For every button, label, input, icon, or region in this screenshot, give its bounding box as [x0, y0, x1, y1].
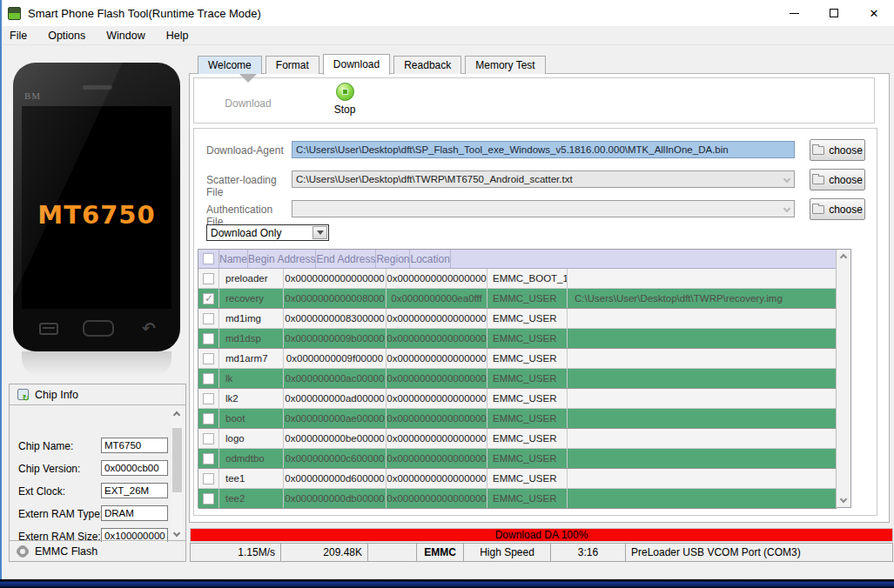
menu-item[interactable]: Window: [96, 26, 155, 44]
auth-file-choose-button[interactable]: choose: [810, 198, 865, 220]
table-row[interactable]: lk 0x000000000ac00000 0x0000000000000000…: [198, 369, 837, 389]
begin-address: 0x0000000009f00000: [284, 349, 387, 368]
folder-icon: [812, 176, 824, 184]
location: [568, 349, 837, 368]
tab[interactable]: Memory Test: [465, 56, 545, 74]
row-checkbox[interactable]: [203, 493, 214, 504]
menu-item[interactable]: Options: [37, 26, 96, 44]
chip-field-label: Extern RAM Type:: [18, 508, 103, 520]
table-row[interactable]: md1arm7 0x0000000009f00000 0x00000000000…: [198, 349, 837, 369]
table-row[interactable]: tee2 0x000000000db00000 0x00000000000000…: [198, 489, 837, 509]
emmc-flash-header[interactable]: EMMC Flash: [10, 540, 185, 561]
download-agent-choose-button[interactable]: choose: [810, 139, 865, 161]
end-address: 0x0000000000000000: [387, 349, 487, 368]
table-row[interactable]: md1img 0x0000000008300000 0x000000000000…: [198, 309, 837, 329]
row-checkbox[interactable]: [203, 273, 214, 284]
end-address: 0x0000000000000000: [387, 489, 487, 508]
window-controls: ✕: [774, 0, 894, 26]
phone-back-icon: ↶: [142, 318, 156, 338]
region: EMMC_USER: [487, 329, 568, 348]
scroll-down-icon[interactable]: [173, 530, 180, 537]
chip-field-value[interactable]: [101, 460, 168, 476]
gear-icon: [17, 546, 28, 557]
region: EMMC_USER: [487, 429, 568, 448]
combo-arrow-button[interactable]: [313, 226, 327, 239]
region: EMMC_USER: [487, 369, 568, 388]
region: EMMC_USER: [487, 449, 568, 468]
stop-button[interactable]: Stop: [306, 83, 384, 116]
tab[interactable]: Readback: [393, 56, 461, 74]
chip-field-label: Ext Clock:: [18, 485, 65, 498]
table-row[interactable]: tee1 0x000000000d600000 0x00000000000000…: [198, 469, 837, 489]
choose-button-label: choose: [829, 144, 863, 157]
row-checkbox[interactable]: [203, 333, 214, 344]
column-header[interactable]: End Address: [316, 250, 376, 268]
table-row[interactable]: md1dsp 0x0000000009b00000 0x000000000000…: [198, 329, 837, 349]
chip-info-header[interactable]: Chip Info: [10, 384, 185, 405]
scatter-dropdown-icon[interactable]: [780, 172, 793, 186]
partition-name: tee1: [219, 469, 284, 488]
scroll-up-icon[interactable]: [173, 411, 180, 418]
scatter-file-choose-button[interactable]: choose: [810, 169, 865, 190]
row-checkbox[interactable]: [203, 293, 214, 304]
table-row[interactable]: boot 0x000000000ae00000 0x00000000000000…: [198, 409, 837, 429]
column-header[interactable]: Begin Address: [248, 250, 316, 268]
row-checkbox[interactable]: [203, 373, 214, 384]
row-checkbox[interactable]: [203, 353, 214, 364]
scroll-up-icon[interactable]: [840, 254, 847, 261]
tab[interactable]: Download: [323, 54, 390, 75]
column-header[interactable]: Region: [376, 250, 410, 268]
partition-name: preloader: [219, 269, 284, 288]
column-header[interactable]: Name: [219, 250, 248, 268]
end-address: 0x0000000000000000: [387, 389, 487, 408]
begin-address: 0x0000000009b00000: [284, 329, 387, 348]
table-row[interactable]: logo 0x000000000be00000 0x00000000000000…: [198, 429, 837, 449]
partition-name: logo: [219, 429, 284, 448]
row-checkbox[interactable]: [203, 473, 214, 484]
stop-button-label: Stop: [306, 104, 384, 116]
location: [568, 329, 837, 348]
region: EMMC_USER: [487, 309, 568, 328]
table-row[interactable]: recovery 0x0000000000008000 0x0000000000…: [198, 289, 837, 309]
scrollbar-thumb[interactable]: [172, 428, 182, 492]
table-row[interactable]: odmdtbo 0x000000000c600000 0x00000000000…: [198, 449, 837, 469]
menu-item[interactable]: Help: [156, 26, 199, 44]
download-agent-field[interactable]: [292, 141, 795, 158]
tab-label: Memory Test: [475, 59, 534, 71]
auth-dropdown-icon[interactable]: [780, 202, 793, 216]
tab[interactable]: Format: [266, 56, 319, 74]
tab-label: Format: [276, 59, 309, 71]
table-row[interactable]: lk2 0x000000000ad00000 0x000000000000000…: [198, 389, 837, 409]
table-scrollbar[interactable]: [836, 250, 850, 507]
row-checkbox[interactable]: [203, 433, 214, 444]
minimize-button[interactable]: [774, 0, 814, 26]
chip-field-value[interactable]: [101, 483, 168, 498]
tab-bar: Welcome Format Download Readback Memory …: [198, 53, 549, 74]
tab[interactable]: Welcome: [198, 56, 262, 74]
choose-button-label: choose: [829, 174, 863, 186]
partition-table: Name Begin Address End Address Region Lo…: [198, 249, 851, 508]
maximize-button[interactable]: [814, 0, 854, 26]
select-all-checkbox[interactable]: [203, 253, 214, 264]
row-checkbox[interactable]: [203, 413, 214, 424]
maximize-icon: [830, 9, 838, 17]
scroll-down-icon[interactable]: [840, 496, 847, 503]
location: [568, 429, 837, 448]
download-button[interactable]: Download: [205, 83, 292, 110]
chip-info-scrollbar[interactable]: [171, 409, 183, 539]
close-button[interactable]: ✕: [854, 0, 894, 26]
row-checkbox[interactable]: [203, 393, 214, 404]
chip-field-value[interactable]: [101, 438, 168, 453]
row-checkbox[interactable]: [203, 313, 214, 324]
row-checkbox[interactable]: [203, 453, 214, 464]
download-mode-select[interactable]: Download Only: [206, 224, 329, 241]
begin-address: 0x000000000ae00000: [284, 409, 387, 428]
column-header[interactable]: Location: [410, 250, 450, 268]
minimize-icon: [790, 13, 799, 14]
chip-field-value[interactable]: [101, 505, 168, 521]
auth-file-field[interactable]: [292, 200, 795, 217]
table-row[interactable]: preloader 0x0000000000000000 0x000000000…: [198, 269, 837, 289]
scatter-file-field[interactable]: [292, 170, 795, 188]
menu-item[interactable]: File: [2, 26, 37, 44]
phone-speaker: [83, 85, 112, 90]
